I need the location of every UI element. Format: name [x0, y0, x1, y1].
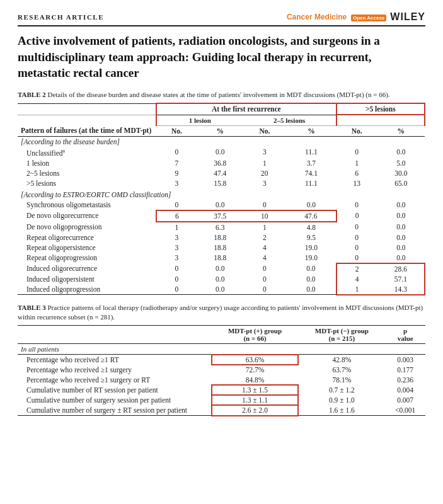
table3-c1-val: 2.6 ± 2.0	[212, 405, 299, 416]
table2-estro-c1-no: 3	[156, 253, 197, 263]
table2-estro-c3-no: 2	[337, 263, 377, 274]
table2-estro-c2-no: 4	[243, 243, 287, 253]
table2-estro-label: De novo oligoprogression	[18, 222, 156, 232]
table2-estro-c1-no: 1	[156, 222, 197, 232]
table2-estro-c3-no: 1	[337, 284, 377, 295]
table2-row-label: >5 lesions	[18, 178, 156, 188]
table2-estro-c1-pct: 6.3	[197, 222, 243, 232]
table3-row-label: Cumulative number of surgery ± RT sessio…	[18, 405, 212, 416]
table2-estro-c3-pct: 0.0	[377, 253, 425, 263]
table2-estro-c1-pct: 18.8	[197, 253, 243, 263]
table3-row: Cumulative number of RT session per pati…	[18, 385, 425, 395]
table2-estro-row: De novo oligoprogression 1 6.3 1 4.8 0 0…	[18, 222, 425, 232]
table2-estro-c2-no: 1	[243, 222, 287, 232]
table3-c1-val: 1.3 ± 1.1	[212, 395, 299, 405]
table2-estro-row: Induced oligopersistent 0 0.0 0 0.0 4 57…	[18, 274, 425, 284]
table2-1lesion-header: 1 lesion	[156, 115, 243, 125]
table2-estro-label: Repeat oligopersistence	[18, 243, 156, 253]
table2-c1-no: 0	[156, 147, 197, 158]
table3-col2-header: MDT-pt (−) group (n = 215)	[298, 326, 385, 344]
table2-c2-no: 20	[243, 168, 287, 178]
table2-section1-header: [According to the disease burden]	[18, 136, 425, 147]
table3-caption: TABLE 3 Practice patterns of local thera…	[18, 303, 425, 323]
table3-c1-val: 63.6%	[212, 355, 299, 365]
table2-c3-no: 13	[337, 178, 377, 188]
table2-row-label: 1 lesion	[18, 158, 156, 168]
table2-estro-c3-pct: 28.6	[377, 263, 425, 274]
table2-estro-c3-pct: 0.0	[377, 232, 425, 243]
table3-c1-val: 1.3 ± 1.5	[212, 385, 299, 395]
table3-c2-val: 0.7 ± 1.2	[298, 385, 385, 395]
table3: MDT-pt (+) group (n = 66) MDT-pt (−) gro…	[18, 325, 425, 416]
table3-c2-val: 0.9 ± 1.0	[298, 395, 385, 405]
table2-c3-pct: 5.0	[377, 158, 425, 168]
table3-c1-val: 72.7%	[212, 365, 299, 375]
table2-estro-c3-pct: 14.3	[377, 284, 425, 295]
table2-estro-c1-no: 0	[156, 263, 197, 274]
table2-estro-c3-no: 0	[337, 253, 377, 263]
table2-estro-c1-no: 6	[156, 210, 197, 222]
table3-col3-header: p value	[385, 326, 425, 344]
table2-estro-c2-pct: 19.0	[286, 253, 336, 263]
table2-25lesions-header: 2–5 lesions	[243, 115, 337, 125]
publisher-name: WILEY	[390, 11, 425, 23]
table2-c2-pct: 11.1	[286, 178, 336, 188]
table2-estro-c1-no: 0	[156, 200, 197, 210]
table3-row-label: Percentage who received ≥1 RT	[18, 355, 212, 365]
table3-c2-val: 1.6 ± 1.6	[298, 405, 385, 416]
journal-name: Cancer Medicine Open Access	[287, 13, 386, 21]
table2-c1-no-header: No.	[156, 125, 197, 136]
table2-c3-pct-header: %	[377, 125, 425, 136]
table2-estro-c1-pct: 0.0	[197, 284, 243, 295]
table3-c3-val: 0.177	[385, 365, 425, 375]
table2-estro-c1-no: 3	[156, 243, 197, 253]
table2-estro-c3-pct: 0.0	[377, 222, 425, 232]
page: RESEARCH ARTICLE Cancer Medicine Open Ac…	[0, 0, 443, 435]
table3-section1-header: In all patients	[18, 344, 425, 355]
table2-estro-label: Induced oligorecurrence	[18, 263, 156, 274]
table2-estro-c2-pct: 0.0	[286, 274, 336, 284]
article-title: Active involvement of patients, radiatio…	[18, 33, 425, 81]
research-article-label: RESEARCH ARTICLE	[18, 13, 104, 21]
table2-estro-c2-pct: 19.0	[286, 243, 336, 253]
table2-first-recurrence-header: At the first recurrence	[156, 103, 337, 115]
table2-estro-c3-no: 4	[337, 274, 377, 284]
table2-section2-header: [According to ESTRO/EORTC OMD classifica…	[18, 188, 425, 200]
table2-estro-c1-pct: 37.5	[197, 210, 243, 222]
table2-estro-c3-no: 0	[337, 243, 377, 253]
table3-row-label: Cumulative number of RT session per pati…	[18, 385, 212, 395]
table2-estro-label: De novo oligorecurrence	[18, 210, 156, 222]
table2-estro-label: Synchronous oligometastasis	[18, 200, 156, 210]
table3-c2-val: 63.7%	[298, 365, 385, 375]
table2-estro-c3-no: 0	[337, 200, 377, 210]
table2-estro-row: Induced oligorecurrence 0 0.0 0 0.0 2 28…	[18, 263, 425, 274]
table2-estro-c3-pct: 0.0	[377, 210, 425, 222]
journal-branding: Cancer Medicine Open Access WILEY	[287, 11, 425, 23]
table2-c3-no: 0	[337, 147, 377, 158]
table3-label-header	[18, 326, 212, 344]
table3-col1-header: MDT-pt (+) group (n = 66)	[212, 326, 299, 344]
table2-estro-row: Repeat oligoprogression 3 18.8 4 19.0 0 …	[18, 253, 425, 263]
table3-c3-val: 0.236	[385, 375, 425, 385]
table2-estro-row: Synchronous oligometastasis 0 0.0 0 0.0 …	[18, 200, 425, 210]
table2-estro-c3-no: 0	[337, 222, 377, 232]
table2-estro-c1-no: 0	[156, 284, 197, 295]
table2-estro-c2-pct: 0.0	[286, 284, 336, 295]
table2-estro-c2-no: 2	[243, 232, 287, 243]
table2-estro-row: Induced oligoprogression 0 0.0 0 0.0 1 1…	[18, 284, 425, 295]
table2-estro-c2-no: 0	[243, 263, 287, 274]
table2-estro-row: Repeat oligorecurrence 3 18.8 2 9.5 0 0.…	[18, 232, 425, 243]
table2-estro-c3-pct: 57.1	[377, 274, 425, 284]
table2-estro-label: Repeat oligoprogression	[18, 253, 156, 263]
page-header: RESEARCH ARTICLE Cancer Medicine Open Ac…	[18, 11, 425, 26]
table2-c2-pct-header: %	[286, 125, 336, 136]
table2-estro-c3-no: 0	[337, 210, 377, 222]
table2-estro-c1-no: 0	[156, 274, 197, 284]
table2-estro-c1-pct: 0.0	[197, 263, 243, 274]
table2-c2-no: 3	[243, 147, 287, 158]
table2-estro-c2-no: 0	[243, 274, 287, 284]
table2-col-pattern-header	[18, 103, 156, 115]
table2-caption: TABLE 2 Details of the disease burden an…	[18, 90, 425, 100]
table2-estro-label: Induced oligopersistent	[18, 274, 156, 284]
table2-c2-no: 1	[243, 158, 287, 168]
